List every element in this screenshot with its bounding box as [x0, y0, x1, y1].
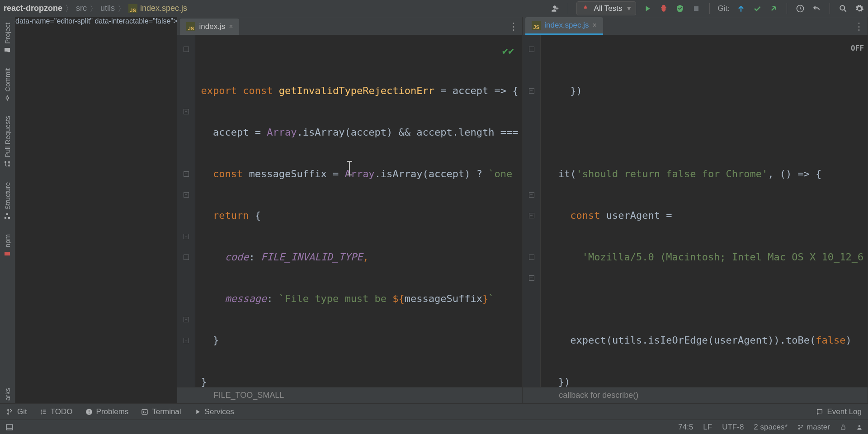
fold-toggle-icon[interactable]: −: [529, 88, 534, 94]
code-token: , () => {: [768, 168, 821, 179]
code-token: [546, 210, 570, 221]
fold-toggle-icon[interactable]: −: [184, 317, 189, 322]
history-icon[interactable]: [795, 4, 805, 14]
fold-toggle-icon[interactable]: −: [184, 47, 189, 52]
tab-index-spec-js[interactable]: JS index.spec.js ×: [525, 17, 603, 35]
kebab-menu-icon[interactable]: ⋮: [509, 21, 519, 33]
code-area-right[interactable]: − − − − − − OFF }) it('should return fal…: [523, 35, 868, 387]
breadcrumb-folder[interactable]: src: [76, 4, 87, 13]
tool-window-toggle-icon[interactable]: [5, 423, 14, 431]
context-hint-label: callback for describe(): [559, 391, 638, 400]
code-token: }: [201, 335, 219, 346]
code-token: 'should return false for Chrome': [576, 168, 768, 179]
svg-point-3: [6, 97, 9, 99]
search-icon[interactable]: [838, 4, 848, 14]
rollback-icon[interactable]: [811, 4, 821, 14]
tool-label: Event Log: [827, 407, 862, 416]
git-update-button[interactable]: [736, 4, 746, 14]
tool-problems[interactable]: Problems: [85, 407, 129, 416]
tool-todo[interactable]: TODO: [40, 407, 73, 416]
debug-button[interactable]: [659, 4, 669, 14]
coverage-button[interactable]: [675, 4, 685, 14]
code-token: message: [225, 293, 267, 304]
tool-label: Terminal: [152, 407, 181, 416]
code-token: `one: [488, 168, 512, 179]
status-caret-position[interactable]: 74:5: [678, 423, 693, 432]
breadcrumb-folder[interactable]: utils: [100, 4, 115, 13]
tab-index-js[interactable]: JS index.js ×: [180, 19, 239, 35]
fold-toggle-icon[interactable]: −: [184, 255, 189, 260]
code-token: }): [546, 85, 582, 96]
settings-icon[interactable]: [854, 4, 864, 14]
tool-services[interactable]: Services: [194, 407, 234, 416]
tool-terminal[interactable]: Terminal: [141, 407, 181, 416]
fold-toggle-icon[interactable]: −: [184, 109, 189, 114]
kebab-menu-icon[interactable]: ⋮: [854, 21, 864, 33]
svg-rect-13: [41, 410, 42, 410]
status-bar: 74:5 LF UTF-8 2 spaces* master: [0, 420, 868, 434]
tool-label: Git: [17, 407, 27, 416]
fold-toggle-icon[interactable]: −: [529, 255, 534, 260]
git-push-button[interactable]: [769, 4, 778, 14]
status-encoding[interactable]: UTF-8: [722, 423, 744, 432]
separator: [709, 3, 710, 14]
stop-button[interactable]: [691, 4, 701, 14]
code-area-left[interactable]: − − − − − − − − ✔✔ export cons: [177, 35, 522, 387]
code-token: code: [225, 251, 249, 263]
tool-project[interactable]: Project: [4, 20, 11, 57]
code-token: }: [201, 376, 207, 387]
fold-toggle-icon[interactable]: −: [184, 338, 189, 343]
code-content[interactable]: ✔✔ export const getInvalidTypeRejectionE…: [195, 35, 522, 387]
tool-commit[interactable]: Commit: [4, 66, 11, 104]
close-icon[interactable]: ×: [593, 21, 597, 29]
fold-toggle-icon[interactable]: −: [529, 192, 534, 198]
svg-rect-7: [9, 217, 10, 219]
svg-rect-23: [6, 425, 13, 430]
tool-label: Problems: [96, 407, 129, 416]
user-add-icon[interactable]: [550, 4, 560, 14]
context-hint-label: FILE_TOO_SMALL: [213, 391, 284, 400]
code-token: messageSuffix =: [243, 168, 344, 179]
run-button[interactable]: [642, 4, 652, 14]
inspection-ok-icon[interactable]: ✔✔: [502, 41, 514, 61]
status-profile-icon[interactable]: [856, 424, 863, 430]
tool-npm[interactable]: npm: [4, 231, 11, 260]
code-token: .isArray(accept) && accept.length ===: [297, 127, 518, 138]
breadcrumb-file[interactable]: JS index.spec.js: [128, 4, 187, 13]
fold-toggle-icon[interactable]: −: [184, 192, 189, 198]
svg-rect-16: [42, 410, 46, 410]
tool-event-log[interactable]: Event Log: [816, 407, 862, 416]
fold-toggle-icon[interactable]: −: [184, 234, 189, 239]
inspection-off-badge[interactable]: OFF: [851, 38, 864, 59]
breadcrumb-project[interactable]: react-dropzone: [4, 4, 62, 13]
tool-git[interactable]: Git: [6, 407, 27, 416]
tool-pull-requests[interactable]: Pull Requests: [4, 113, 11, 170]
editor-pane-left: JS index.js × ⋮ − − − − −: [177, 17, 523, 403]
code-token: [201, 168, 213, 179]
fold-toggle-icon[interactable]: −: [184, 171, 189, 177]
fold-toggle-icon[interactable]: −: [529, 275, 534, 281]
status-line-ending[interactable]: LF: [703, 423, 712, 432]
svg-rect-27: [841, 427, 845, 429]
status-lock-icon[interactable]: [840, 424, 846, 430]
code-token: .isArray(accept) ?: [375, 168, 489, 179]
git-commit-button[interactable]: [752, 4, 762, 14]
svg-point-6: [5, 162, 6, 163]
code-token: export: [201, 85, 236, 96]
status-indent[interactable]: 2 spaces*: [754, 423, 788, 432]
tab-label: index.js: [199, 22, 225, 31]
close-icon[interactable]: ×: [229, 23, 233, 31]
tool-label: TODO: [51, 407, 73, 416]
fold-toggle-icon[interactable]: −: [529, 47, 534, 52]
tool-bookmarks[interactable]: arks: [4, 385, 11, 403]
fold-toggle-icon[interactable]: −: [529, 213, 534, 218]
code-token: FILE_INVALID_TYPE: [261, 251, 363, 263]
context-hint-bar: FILE_TOO_SMALL: [177, 387, 522, 403]
tool-label: Commit: [4, 68, 11, 92]
run-configuration-selector[interactable]: All Tests ▾: [576, 1, 636, 15]
gutter[interactable]: − − − − − − − −: [177, 35, 195, 387]
tool-structure[interactable]: Structure: [4, 179, 11, 222]
code-content[interactable]: OFF }) it('should return false for Chrom…: [541, 35, 868, 387]
gutter[interactable]: − − − − − −: [523, 35, 541, 387]
status-git-branch[interactable]: master: [797, 423, 830, 432]
